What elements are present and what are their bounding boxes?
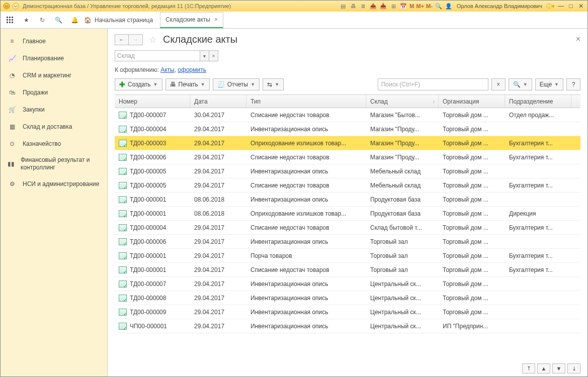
search-input[interactable]: Поиск (Ctrl+F) (378, 78, 488, 90)
col-dept[interactable]: Подразделение (505, 95, 571, 108)
print-button[interactable]: 🖶Печать▼ (165, 78, 210, 90)
dropdown-icon[interactable] (12, 2, 20, 10)
clipboard-in-icon[interactable]: 📥 (379, 2, 388, 11)
document-icon[interactable]: 🗎 (359, 2, 368, 11)
col-type[interactable]: Тип (246, 95, 366, 108)
table-row[interactable]: ТД00-00000629.04.2017Инвентаризационная … (115, 235, 580, 249)
tab-warehouse-acts[interactable]: Складские акты × (160, 12, 223, 28)
menu-lines-icon: ≡ (8, 37, 17, 46)
maximize-button[interactable]: □ (566, 2, 575, 10)
table-row[interactable]: ЧП00-00000129.04.2017Инвентаризационная … (115, 319, 580, 333)
table-row[interactable]: ТД00-00000129.04.2017Порча товаровТоргов… (115, 249, 580, 263)
table-row[interactable]: ТД00-00000729.04.2017Инвентаризационная … (115, 277, 580, 291)
doc-status-icon (119, 210, 127, 217)
svg-rect-6 (7, 19, 8, 21)
col-warehouse[interactable]: Склад↓ (366, 95, 439, 108)
edi-button[interactable]: ⇆▼ (263, 78, 284, 90)
create-button[interactable]: ✚Создать▼ (115, 78, 162, 90)
table-row[interactable]: ТД00-00000129.04.2017Списание недостач т… (115, 263, 580, 277)
svg-rect-5 (12, 17, 13, 18)
tab-close-icon[interactable]: × (214, 16, 218, 23)
sidebar-item-crm[interactable]: ◔CRM и маркетинг (1, 67, 107, 84)
svg-rect-8 (12, 19, 13, 21)
col-org[interactable]: Организация (439, 95, 505, 108)
home-tab[interactable]: 🏠 Начальная страница (84, 17, 153, 24)
help-button[interactable]: ? (566, 78, 580, 90)
col-number[interactable]: Номер (115, 95, 190, 108)
forward-button[interactable]: → (129, 34, 143, 45)
svg-point-2 (13, 3, 19, 9)
favorite-star-icon[interactable]: ☆ (149, 34, 157, 45)
table: Номер Дата Тип Склад↓ Организация Подраз… (115, 95, 580, 376)
star-icon[interactable]: ★ (20, 14, 33, 27)
bell-icon[interactable]: 🔔 (68, 14, 81, 27)
back-button[interactable]: ← (115, 34, 129, 45)
info-icon[interactable]: ⓘ▾ (546, 2, 555, 11)
nav-last-button[interactable]: ⤓ (567, 363, 580, 373)
table-row[interactable]: ТД00-00000329.04.2017Оприходование излиш… (115, 136, 580, 150)
doc-status-icon (119, 280, 127, 288)
calculator-icon[interactable]: ⊞ (389, 2, 398, 11)
find-button[interactable]: 🔍▼ (509, 78, 532, 90)
table-row[interactable]: ТД00-00000629.04.2017Списание недостач т… (115, 150, 580, 164)
sidebar-item-planning[interactable]: 📈Планирование (1, 50, 107, 67)
link-acts[interactable]: Акты (160, 66, 175, 73)
table-row[interactable]: ТД00-00000529.04.2017Списание недостач т… (115, 178, 580, 193)
page-title: Складские акты (163, 34, 237, 45)
clipboard-out-icon[interactable]: 📤 (369, 2, 378, 11)
nav-up-button[interactable]: ▲ (537, 363, 550, 373)
history-icon[interactable]: ↻ (36, 14, 49, 27)
table-row[interactable]: ТД00-00000529.04.2017Инвентаризационная … (115, 164, 580, 178)
table-row[interactable]: ТД00-00000108.06.2018Инвентаризационная … (115, 193, 580, 207)
combo-clear-button[interactable]: × (209, 50, 218, 61)
doc-status-icon (119, 224, 127, 231)
cart-icon: 🛒 (8, 105, 17, 114)
nav-first-button[interactable]: ⤒ (522, 363, 535, 373)
table-row[interactable]: ТД00-00000108.06.2018Оприходование излиш… (115, 207, 580, 221)
app-logo-icon: 1с (3, 2, 11, 10)
zoom-icon[interactable]: 🔍 (434, 2, 443, 11)
sidebar-item-main[interactable]: ≡Главное (1, 33, 107, 50)
reports-button[interactable]: 🧾Отчеты▼ (213, 78, 260, 90)
print-icon[interactable]: 🖶 (349, 2, 358, 11)
title-bar: 1с Демонстрационная база / Управление то… (1, 1, 587, 12)
calendar-icon[interactable]: 📅 (399, 2, 408, 11)
svg-rect-3 (7, 17, 8, 18)
sidebar-item-warehouse[interactable]: ▦Склад и доставка (1, 118, 107, 135)
user-icon[interactable]: 👤 (444, 2, 453, 11)
sidebar-item-sales[interactable]: 🛍Продажи (1, 84, 107, 101)
doc-status-icon (119, 238, 127, 245)
sidebar-item-purchases[interactable]: 🛒Закупки (1, 101, 107, 118)
apps-grid-icon[interactable] (4, 14, 17, 27)
table-row[interactable]: ТД00-00000429.04.2017Инвентаризационная … (115, 122, 580, 136)
more-button[interactable]: Еще▼ (535, 78, 563, 90)
doc-status-icon (119, 266, 127, 273)
user-name[interactable]: Орлов Александр Владимирович (457, 3, 542, 9)
table-row[interactable]: ТД00-00000429.04.2017Списание недостач т… (115, 221, 580, 235)
table-body[interactable]: ТД00-00000730.04.2017Списание недостач т… (115, 108, 580, 376)
memory-mminus[interactable]: M- (426, 3, 433, 9)
close-button[interactable]: ✕ (576, 2, 585, 10)
table-row[interactable]: ТД00-00000730.04.2017Списание недостач т… (115, 108, 580, 122)
printer-icon: 🖶 (170, 81, 176, 88)
nav-down-button[interactable]: ▼ (552, 363, 565, 373)
search-clear-button[interactable]: × (491, 78, 506, 90)
combo-dropdown-button[interactable]: ▾ (200, 50, 209, 61)
sidebar-item-admin[interactable]: ⚙НСИ и администрирование (1, 175, 107, 193)
col-date[interactable]: Дата (190, 95, 246, 108)
svg-rect-10 (9, 22, 11, 23)
doc-status-icon (119, 154, 127, 161)
sidebar-item-finance[interactable]: ▮▮Финансовый результат и контроллинг (1, 152, 107, 175)
memory-mplus[interactable]: M+ (416, 3, 425, 9)
minimize-button[interactable]: — (556, 2, 565, 10)
table-row[interactable]: ТД00-00000929.04.2017Инвентаризационная … (115, 305, 580, 319)
search-icon[interactable]: 🔍 (52, 14, 65, 27)
link-create[interactable]: оформить (178, 66, 206, 73)
warehouse-filter-combo[interactable]: Склад (115, 50, 200, 61)
panel-close-icon[interactable]: × (576, 35, 580, 44)
table-row[interactable]: ТД00-00000829.04.2017Инвентаризационная … (115, 291, 580, 305)
svg-rect-11 (12, 22, 13, 23)
print-preview-icon[interactable]: ▤ (339, 2, 348, 11)
memory-m[interactable]: M (409, 3, 414, 9)
sidebar-item-treasury[interactable]: ⊙Казначейство (1, 135, 107, 152)
